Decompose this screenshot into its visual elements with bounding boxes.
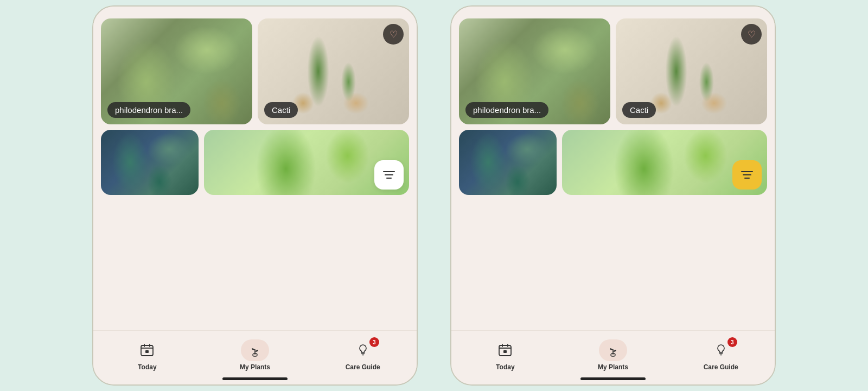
nav-myplants-right[interactable]: My Plants <box>559 337 667 371</box>
bulb-icon-left <box>356 343 370 357</box>
careguide-icon-wrap-right: 3 <box>707 339 735 361</box>
myplants-label-right: My Plants <box>598 363 628 371</box>
calendar-icon-left <box>140 343 154 357</box>
tropical-card-right[interactable] <box>562 130 767 195</box>
heart-button-left[interactable]: ♡ <box>383 24 404 45</box>
nav-careguide-right[interactable]: 3 Care Guide <box>667 337 775 371</box>
today-icon-wrap-left <box>133 339 161 361</box>
nav-myplants-left[interactable]: My Plants <box>201 337 309 371</box>
today-icon-wrap-right <box>491 339 519 361</box>
cacti-card-right[interactable]: ♡ Cacti <box>616 18 767 124</box>
filter-line-r2 <box>743 174 751 175</box>
philodendron-label-right: philodendron bra... <box>465 102 548 118</box>
bottom-nav-left: Today My Plants 3 <box>93 330 417 384</box>
filter-line-2 <box>385 174 393 175</box>
nav-careguide-left[interactable]: 3 Care Guide <box>309 337 417 371</box>
philodendron-label: philodendron bra... <box>107 102 190 118</box>
cacti-label: Cacti <box>264 102 298 118</box>
filter-button-left[interactable] <box>374 160 404 190</box>
cacti-card[interactable]: ♡ Cacti <box>258 18 409 124</box>
philodendron-card-right[interactable]: philodendron bra... <box>459 18 610 124</box>
nav-today-left[interactable]: Today <box>93 337 201 371</box>
svg-rect-4 <box>145 350 149 353</box>
filter-line-3 <box>386 178 392 179</box>
mid-row: philodendron bra... ♡ Cacti <box>101 18 409 124</box>
filter-icon-left <box>383 171 395 179</box>
cacti-label-right: Cacti <box>622 102 656 118</box>
careguide-label-right: Care Guide <box>704 363 738 371</box>
phone-content-right: monstera siltepecana philodendron bra...… <box>451 7 775 330</box>
nav-today-right[interactable]: Today <box>451 337 559 371</box>
phone-left: monstera siltepecana philodendron bra...… <box>92 5 418 386</box>
filter-line-r1 <box>741 171 753 172</box>
bottom-nav-right: Today My Plants 3 <box>451 330 775 384</box>
careguide-label-left: Care Guide <box>346 363 380 371</box>
plant-icon-right <box>606 343 620 357</box>
phone-right: monstera siltepecana philodendron bra...… <box>450 5 776 386</box>
heart-icon-left: ♡ <box>390 30 398 39</box>
myplants-icon-wrap-left <box>241 339 269 361</box>
today-label-right: Today <box>496 363 514 371</box>
phone-content-left: monstera siltepecana philodendron bra...… <box>93 7 417 330</box>
dracaena-card[interactable] <box>101 130 199 195</box>
tropical-card[interactable] <box>204 130 409 195</box>
bottom-row-right <box>459 130 767 195</box>
careguide-icon-wrap-left: 3 <box>349 339 377 361</box>
heart-button-right[interactable]: ♡ <box>741 24 762 45</box>
plant-grid-left: monstera siltepecana philodendron bra...… <box>93 7 417 195</box>
today-label-left: Today <box>138 363 156 371</box>
myplants-icon-wrap-right <box>599 339 627 361</box>
badge-left: 3 <box>369 337 379 347</box>
filter-line-r3 <box>744 178 750 179</box>
badge-right: 3 <box>727 337 737 347</box>
home-indicator-right <box>580 377 646 380</box>
svg-rect-5 <box>253 354 257 356</box>
mid-row-right: philodendron bra... ♡ Cacti <box>459 18 767 124</box>
dracaena-card-right[interactable] <box>459 130 557 195</box>
philodendron-card[interactable]: philodendron bra... <box>101 18 252 124</box>
myplants-label-left: My Plants <box>240 363 270 371</box>
bulb-icon-right <box>714 343 728 357</box>
svg-rect-12 <box>503 350 507 353</box>
filter-icon-right <box>741 171 753 179</box>
bottom-row <box>101 130 409 195</box>
heart-icon-right: ♡ <box>748 30 756 39</box>
filter-line-1 <box>383 171 395 172</box>
calendar-icon-right <box>498 343 512 357</box>
svg-rect-13 <box>611 354 615 356</box>
plant-grid-right: monstera siltepecana philodendron bra...… <box>451 7 775 195</box>
plant-icon-left <box>248 343 262 357</box>
filter-button-right[interactable] <box>732 160 762 190</box>
home-indicator-left <box>222 377 288 380</box>
